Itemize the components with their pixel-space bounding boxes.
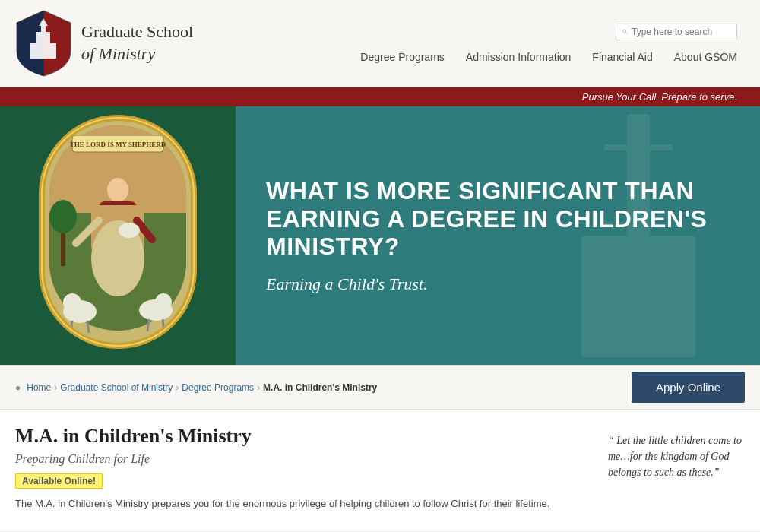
red-banner: Pursue Your Call. Prepare to serve. xyxy=(0,87,760,106)
svg-rect-38 xyxy=(627,114,650,236)
search-input[interactable] xyxy=(632,27,730,37)
search-bar[interactable] xyxy=(616,24,737,40)
svg-line-10 xyxy=(625,33,627,34)
shield-logo xyxy=(15,9,72,78)
svg-line-30 xyxy=(87,321,89,333)
available-online-badge: Available Online! xyxy=(15,473,103,489)
svg-rect-41 xyxy=(623,247,654,293)
content-area: M.A. in Children's Ministry Preparing Ch… xyxy=(0,410,760,531)
page-description: The M.A. in Children's Ministry prepares… xyxy=(15,496,585,511)
stained-glass-image: THE LORD IS MY SHEPHERD xyxy=(0,106,236,365)
breadcrumb-home[interactable]: Home xyxy=(27,382,51,393)
nav-admission-info[interactable]: Admission Information xyxy=(466,51,572,63)
svg-point-26 xyxy=(63,293,81,312)
breadcrumb-current: M.A. in Children's Ministry xyxy=(263,382,377,393)
search-icon xyxy=(622,27,628,36)
main-content: M.A. in Children's Ministry Preparing Ch… xyxy=(15,425,585,531)
hero-text-area: MINISTRY WHAT IS MORE SIGNIFICANT THAN E… xyxy=(236,106,760,365)
svg-text:MINISTRY: MINISTRY xyxy=(613,294,664,306)
breadcrumb-bar: ● Home › Graduate School of Ministry › D… xyxy=(0,365,760,410)
svg-rect-39 xyxy=(604,144,673,150)
breadcrumb-school[interactable]: Graduate School of Ministry xyxy=(60,382,173,393)
nav-degree-programs[interactable]: Degree Programs xyxy=(360,51,445,63)
svg-point-33 xyxy=(119,223,140,238)
breadcrumb-degree[interactable]: Degree Programs xyxy=(182,382,254,393)
site-header: Graduate School of Ministry Degree Progr… xyxy=(0,0,760,87)
apply-online-button[interactable]: Apply Online xyxy=(632,372,745,403)
svg-point-9 xyxy=(623,30,626,33)
page-title: M.A. in Children's Ministry xyxy=(15,425,585,448)
hero-section: THE LORD IS MY SHEPHERD xyxy=(0,106,760,365)
location-pin-icon: ● xyxy=(15,382,21,393)
svg-rect-6 xyxy=(30,43,56,59)
svg-text:THE LORD IS MY SHEPHERD: THE LORD IS MY SHEPHERD xyxy=(70,141,166,148)
nav-about-gsom[interactable]: About GSOM xyxy=(674,51,737,63)
logo-area: Graduate School of Ministry xyxy=(15,9,193,78)
header-right: Degree Programs Admission Information Fi… xyxy=(360,24,737,63)
svg-point-28 xyxy=(155,293,172,310)
sidebar-quote: “ Let the little children come to me…for… xyxy=(608,425,745,531)
nav-financial-aid[interactable]: Financial Aid xyxy=(592,51,652,63)
main-nav: Degree Programs Admission Information Fi… xyxy=(360,51,737,63)
school-name: Graduate School of Ministry xyxy=(81,21,193,65)
breadcrumb: ● Home › Graduate School of Ministry › D… xyxy=(15,382,377,393)
hero-watermark: MINISTRY xyxy=(517,106,760,365)
svg-point-35 xyxy=(49,200,77,233)
svg-point-19 xyxy=(107,178,128,202)
page-subtitle: Preparing Children for Life xyxy=(15,452,585,466)
svg-line-31 xyxy=(147,319,149,331)
hero-image-area: THE LORD IS MY SHEPHERD xyxy=(0,106,236,365)
svg-rect-7 xyxy=(41,24,46,36)
